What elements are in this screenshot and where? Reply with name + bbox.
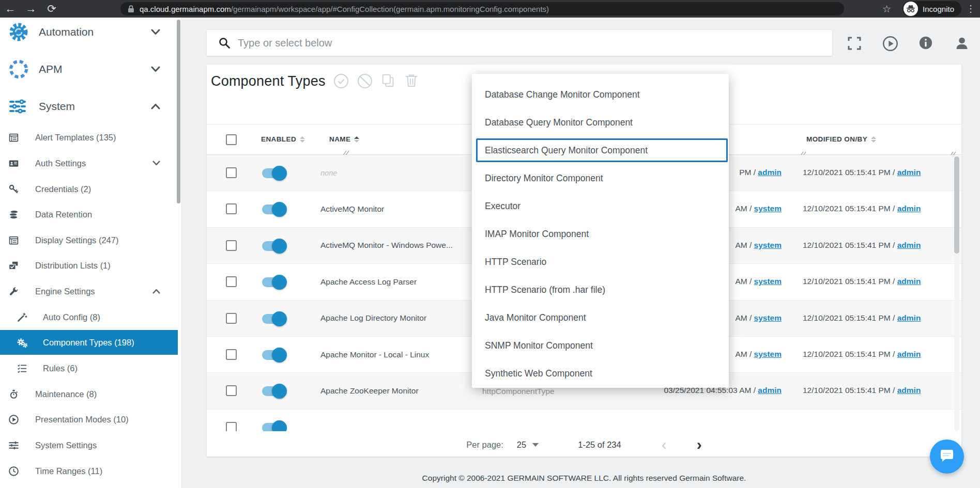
dropdown-option[interactable]: Synthetic Web Component xyxy=(472,359,729,387)
chevron-down-icon xyxy=(152,161,160,166)
name-cell: Apache ZooKeeper Monitor xyxy=(320,373,473,408)
sidebar-item-alert-templates[interactable]: Alert Templates (135) xyxy=(0,126,178,149)
created-by-link[interactable]: admin xyxy=(758,386,782,395)
enabled-toggle[interactable] xyxy=(262,423,286,431)
sidebar-item-credentials[interactable]: Credentials (2) xyxy=(0,178,178,200)
sidebar-item-presentation-modes[interactable]: Presentation Modes (10) xyxy=(0,408,178,431)
sort-icon xyxy=(871,136,876,143)
modified-by-link[interactable]: admin xyxy=(897,313,921,322)
sidebar-item-auth-settings[interactable]: Auth Settings xyxy=(0,152,178,175)
column-header-enabled[interactable]: ENABLED xyxy=(261,135,305,143)
fullscreen-icon[interactable] xyxy=(847,36,863,52)
forward-icon[interactable]: → xyxy=(21,0,41,18)
sidebar-item-component-types[interactable]: Component Types (198) xyxy=(0,330,178,355)
chat-bubble-button[interactable] xyxy=(930,439,964,474)
enabled-toggle[interactable] xyxy=(262,277,286,287)
back-icon[interactable]: ← xyxy=(0,0,21,18)
row-checkbox[interactable] xyxy=(226,349,237,360)
dropdown-option[interactable]: HTTP Scenario xyxy=(472,248,729,276)
info-icon[interactable] xyxy=(918,36,935,52)
user-icon[interactable] xyxy=(954,36,971,52)
modified-by-link[interactable]: admin xyxy=(897,277,921,286)
search-input[interactable] xyxy=(238,37,755,49)
copy-icon[interactable] xyxy=(380,73,397,89)
sidebar-item-distribution-lists[interactable]: Distribution Lists (1) xyxy=(0,254,178,277)
sidebar-item-label: Component Types (198) xyxy=(43,338,134,348)
sidebar-scrollbar[interactable] xyxy=(177,20,180,203)
refresh-icon[interactable]: ⟳ xyxy=(41,0,62,18)
modified-by-link[interactable]: admin xyxy=(897,168,921,177)
sidebar-item-engine-settings[interactable]: Engine Settings xyxy=(0,280,178,303)
dropdown-option[interactable]: Database Query Monitor Component xyxy=(472,108,729,136)
dropdown-option[interactable]: Database Change Monitor Component xyxy=(472,81,729,108)
per-page-select[interactable]: 25 xyxy=(517,440,539,450)
created-by-link[interactable]: admin xyxy=(758,168,782,177)
created-cell: AM / system xyxy=(735,350,782,359)
modified-by-link[interactable]: admin xyxy=(897,241,921,249)
url-bar[interactable]: qa.cloud.germainapm.com/germainapm/works… xyxy=(120,2,844,15)
sidebar: Automation APM System Alert Templates (1… xyxy=(0,18,182,488)
enabled-toggle[interactable] xyxy=(262,386,286,396)
modified-cell: 12/10/2021 05:15:41 PM / admin xyxy=(803,277,921,286)
row-checkbox[interactable] xyxy=(226,276,237,287)
enable-check-icon[interactable] xyxy=(333,73,349,89)
table-scrollbar-thumb[interactable] xyxy=(954,156,959,254)
created-by-link[interactable]: system xyxy=(754,204,782,213)
row-checkbox[interactable] xyxy=(226,167,237,178)
row-checkbox[interactable] xyxy=(226,422,237,431)
modified-by-link[interactable]: admin xyxy=(897,204,921,213)
created-by-link[interactable]: system xyxy=(754,277,782,286)
stacked-boxes-icon xyxy=(8,260,19,271)
row-checkbox[interactable] xyxy=(226,240,237,251)
dropdown-option[interactable]: Executor xyxy=(472,192,729,220)
enabled-toggle[interactable] xyxy=(262,241,286,251)
enabled-toggle[interactable] xyxy=(262,350,286,360)
apm-dashed-circle-icon xyxy=(7,58,30,81)
column-header-modified[interactable]: MODIFIED ON/BY xyxy=(806,135,876,143)
enabled-toggle[interactable] xyxy=(262,204,286,214)
dropdown-option[interactable]: Directory Monitor Component xyxy=(472,164,729,192)
dropdown-option-highlighted[interactable]: Elasticsearch Query Monitor Component xyxy=(476,138,728,162)
trash-icon[interactable] xyxy=(404,73,421,89)
play-circle-icon[interactable] xyxy=(882,36,899,52)
sidebar-item-system-settings[interactable]: System Settings xyxy=(0,434,178,456)
sort-icon xyxy=(300,136,305,143)
sidebar-item-data-retention[interactable]: Data Retention xyxy=(0,203,178,226)
sidebar-item-rules[interactable]: Rules (6) xyxy=(0,357,178,380)
enabled-toggle[interactable] xyxy=(262,314,286,324)
disable-ban-icon[interactable] xyxy=(357,73,373,89)
coins-icon xyxy=(8,209,19,220)
row-checkbox[interactable] xyxy=(226,385,237,396)
sidebar-section-apm[interactable]: APM xyxy=(0,53,178,86)
row-checkbox[interactable] xyxy=(226,313,237,324)
modified-by-link[interactable]: admin xyxy=(897,350,921,358)
created-by-link[interactable]: system xyxy=(754,241,782,249)
bookmark-star-icon[interactable]: ☆ xyxy=(882,3,891,15)
modified-cell: 12/10/2021 05:15:41 PM / admin xyxy=(803,168,921,177)
row-checkbox[interactable] xyxy=(226,203,237,214)
sidebar-item-display-settings[interactable]: Display Settings (247) xyxy=(0,229,178,251)
task-list-icon xyxy=(17,363,27,374)
browser-menu-icon[interactable]: ⋮ xyxy=(961,3,980,14)
enabled-toggle[interactable] xyxy=(262,168,286,178)
prev-page-button[interactable]: ‹ xyxy=(662,439,667,450)
select-all-checkbox[interactable] xyxy=(226,134,237,145)
search-bar xyxy=(207,30,832,56)
sidebar-section-system[interactable]: System xyxy=(0,90,178,123)
screen: ← → ⟳ qa.cloud.germainapm.com/germainapm… xyxy=(0,0,980,488)
next-page-button[interactable]: › xyxy=(697,439,702,450)
created-by-link[interactable]: system xyxy=(754,350,782,358)
modified-by-link[interactable]: admin xyxy=(897,386,921,395)
sidebar-item-label: Engine Settings xyxy=(35,287,95,296)
table-row-partial[interactable] xyxy=(207,410,961,431)
dropdown-option[interactable]: HTTP Scenario (from .har file) xyxy=(472,276,729,304)
sidebar-item-time-ranges[interactable]: Time Ranges (11) xyxy=(0,460,178,482)
sidebar-item-maintenance[interactable]: Maintenance (8) xyxy=(0,383,178,405)
sidebar-item-auto-config[interactable]: Auto Config (8) xyxy=(0,306,178,328)
column-header-name[interactable]: NAME xyxy=(329,135,359,143)
dropdown-option[interactable]: Java Monitor Component xyxy=(472,304,729,332)
sidebar-section-automation[interactable]: Automation xyxy=(0,15,178,49)
dropdown-option[interactable]: SNMP Monitor Component xyxy=(472,332,729,359)
dropdown-option[interactable]: IMAP Monitor Component xyxy=(472,220,729,248)
created-by-link[interactable]: system xyxy=(754,313,782,322)
